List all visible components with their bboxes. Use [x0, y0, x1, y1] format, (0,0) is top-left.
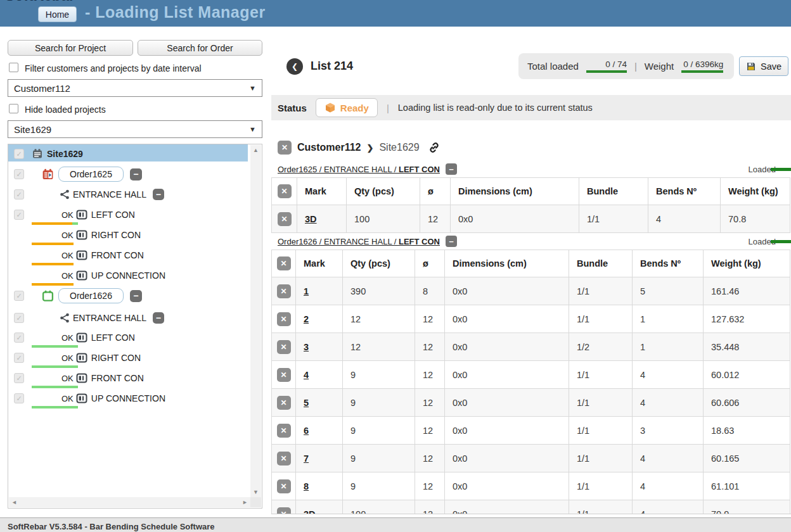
filter-date-checkbox[interactable] — [9, 63, 18, 75]
tree-checkbox[interactable]: ✓ — [14, 291, 24, 301]
ok-badge: OK — [61, 333, 74, 343]
tree-checkbox[interactable]: ✓ — [14, 332, 24, 343]
collapse-section-button[interactable]: − — [446, 236, 457, 247]
element-table-icon — [76, 270, 87, 281]
table-row: ✕ 3D 100 12 0x0 1/1 4 70.8 — [272, 205, 790, 233]
tree-checkbox[interactable]: ✓ — [14, 373, 24, 383]
tree-item-label[interactable]: ENTRANCE HALL — [73, 313, 146, 323]
chevron-right-icon: ❯ — [367, 143, 374, 153]
customer-select[interactable]: Customer112 ▼ — [8, 79, 262, 97]
remove-row-icon[interactable]: ✕ — [277, 479, 291, 493]
remove-row-icon[interactable]: ✕ — [277, 340, 291, 354]
section-link[interactable]: Order1626 / ENTRANCE HALL / LEFT CON — [278, 237, 440, 246]
save-button[interactable]: Save — [739, 56, 788, 76]
tree-item-label[interactable]: ENTRANCE HALL — [73, 189, 146, 200]
remove-row-icon[interactable]: ✕ — [278, 212, 292, 226]
status-bar: Status Ready | Loading list is read-only… — [271, 95, 791, 120]
close-all-icon[interactable]: ✕ — [277, 256, 291, 270]
collapse-area-button[interactable]: − — [153, 312, 164, 324]
home-button[interactable]: Home — [38, 6, 77, 22]
mark-link[interactable]: 8 — [304, 481, 309, 491]
table-row: ✕69120x01/1318.63 — [272, 417, 790, 445]
tree-item-label[interactable]: LEFT CON — [91, 210, 135, 220]
tree-checkbox[interactable]: ✓ — [14, 313, 24, 323]
top-header-bar: SoftRebar Home - Loading List Manager — [0, 0, 791, 27]
site-select[interactable]: Site1629 ▼ — [8, 120, 262, 138]
remove-row-icon[interactable]: ✕ — [277, 507, 291, 515]
collapse-area-button[interactable]: − — [153, 189, 164, 200]
ok-badge: OK — [61, 394, 74, 403]
rebar-table-order1625: ✕ Mark Qty (pcs) ø Dimensions (cm) Bundl… — [271, 177, 790, 233]
scroll-left-icon[interactable]: ◄ — [9, 497, 20, 507]
tree-horizontal-scrollbar[interactable]: ◄ ► — [9, 497, 250, 507]
table-row: ✕89120x01/1461.101 — [272, 472, 790, 500]
tree-item-label[interactable]: FRONT CON — [91, 373, 144, 383]
mark-link[interactable]: 3D — [304, 509, 316, 515]
close-icon[interactable]: ✕ — [278, 141, 292, 155]
mark-link[interactable]: 7 — [304, 453, 309, 464]
collapse-section-button[interactable]: − — [446, 163, 457, 175]
table-row: ✕312120x01/2135.448 — [272, 333, 790, 361]
tree-item-label[interactable]: RIGHT CON — [91, 230, 141, 240]
tree-item-label[interactable]: UP CONNECTION — [91, 393, 165, 403]
remove-row-icon[interactable]: ✕ — [277, 368, 291, 382]
mark-link[interactable]: 1 — [304, 286, 309, 296]
ok-badge: OK — [61, 271, 74, 281]
scroll-down-icon[interactable]: ▼ — [250, 487, 261, 497]
order-button[interactable]: Order1625 — [58, 167, 124, 182]
list-title: List 214 — [311, 60, 353, 73]
tree-checkbox[interactable]: ✓ — [14, 149, 24, 159]
element-table-icon — [76, 250, 87, 261]
breadcrumb: ✕ Customer112 ❯ Site1629 — [271, 136, 791, 159]
scroll-right-icon[interactable]: ► — [240, 497, 250, 507]
mark-link[interactable]: 4 — [304, 370, 309, 380]
section-header: Order1626 / ENTRANCE HALL / LEFT CON − L… — [271, 234, 791, 248]
order-button[interactable]: Order1626 — [58, 288, 124, 303]
back-button[interactable]: ❮ — [286, 58, 303, 75]
remove-row-icon[interactable]: ✕ — [277, 424, 291, 438]
tree-item-label[interactable]: FRONT CON — [91, 250, 144, 260]
tree-checkbox[interactable]: ✓ — [14, 353, 24, 363]
tree-item-label[interactable]: LEFT CON — [91, 332, 135, 343]
col-qty: Qty (pcs) — [347, 178, 420, 205]
element-table-icon — [76, 229, 87, 241]
mark-link[interactable]: 3D — [305, 214, 317, 224]
col-mark: Mark — [297, 178, 347, 205]
ok-badge: OK — [61, 353, 74, 363]
scroll-up-icon[interactable]: ▲ — [250, 145, 261, 155]
remove-row-icon[interactable]: ✕ — [277, 312, 291, 326]
close-all-icon[interactable]: ✕ — [278, 184, 292, 198]
remove-row-icon[interactable]: ✕ — [277, 452, 291, 466]
tree-item-label[interactable]: UP CONNECTION — [91, 270, 165, 281]
hide-loaded-label: Hide loaded projects — [25, 104, 106, 115]
collapse-order-button[interactable]: − — [130, 290, 142, 302]
dropdown-arrow-icon: ▼ — [249, 84, 256, 92]
package-box-icon — [325, 102, 336, 113]
total-loaded-value-group: 0 / 74 — [586, 60, 627, 73]
tree-checkbox[interactable]: ✓ — [14, 189, 24, 200]
mark-link[interactable]: 3 — [304, 342, 309, 352]
search-order-button[interactable]: Search for Order — [138, 40, 262, 56]
search-project-button[interactable]: Search for Project — [8, 40, 133, 56]
section-link[interactable]: Order1625 / ENTRANCE HALL / LEFT CON — [278, 165, 440, 174]
collapse-order-button[interactable]: − — [130, 168, 142, 180]
tree-checkbox[interactable]: ✓ — [14, 393, 24, 403]
tree-checkbox[interactable]: ✓ — [14, 210, 24, 220]
mark-link[interactable]: 6 — [304, 426, 309, 436]
clipped-logo: SoftRebar — [5, 0, 145, 3]
mark-link[interactable]: 5 — [304, 398, 309, 408]
tree-checkbox[interactable]: ✓ — [14, 169, 24, 179]
remove-row-icon[interactable]: ✕ — [277, 284, 291, 298]
tree-item-site[interactable]: ✓ Site1629 — [9, 144, 247, 163]
tree-vertical-scrollbar[interactable]: ▲ ▼ — [250, 145, 261, 497]
app-footer: SoftRebar V5.3.584 - Bar Bending Schedul… — [0, 517, 791, 532]
tree-item-label[interactable]: RIGHT CON — [91, 353, 141, 363]
remove-row-icon[interactable]: ✕ — [277, 396, 291, 410]
status-ready-chip[interactable]: Ready — [316, 98, 378, 117]
table-row: ✕139080x01/15161.46 — [272, 277, 790, 305]
link-icon[interactable] — [428, 141, 441, 154]
tree-item-order1626: ✓ Order1626 − — [9, 286, 247, 305]
mark-link[interactable]: 2 — [304, 314, 309, 324]
hide-loaded-checkbox[interactable] — [9, 104, 18, 116]
tree-item-element: OK RIGHT CON — [9, 225, 247, 244]
